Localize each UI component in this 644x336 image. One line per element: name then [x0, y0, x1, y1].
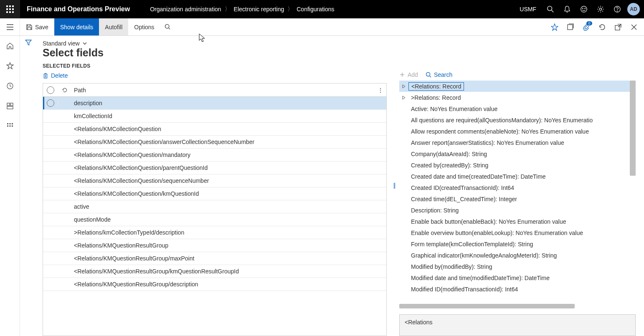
- top-bar: Finance and Operations Preview Organizat…: [0, 0, 644, 18]
- table-row[interactable]: <Relations/KMCollectionQuestion/kmQuesti…: [43, 187, 386, 200]
- tree-leaf[interactable]: Form template(kmCollectionTemplateId): S…: [399, 238, 636, 250]
- refresh-grid-icon[interactable]: [58, 87, 71, 93]
- tree-node[interactable]: <Relations: Record: [399, 81, 636, 92]
- svg-point-11: [581, 6, 587, 12]
- save-button[interactable]: Save: [20, 18, 54, 35]
- tree-leaf[interactable]: Enable overview button(enableLookup): No…: [399, 227, 636, 238]
- tree-leaf[interactable]: Answer report(answerStatistics): NoYes E…: [399, 137, 636, 148]
- view-selector[interactable]: Standard view: [43, 40, 644, 47]
- horizontal-scrollbar[interactable]: [399, 304, 575, 308]
- tree-leaf-label: Modified ID(modifiedTransactionId): Int6…: [411, 286, 518, 293]
- path-cell: <Relations/KMCollectionQuestion/answerCo…: [71, 139, 386, 145]
- svg-rect-22: [568, 25, 573, 30]
- workspaces-icon[interactable]: [3, 99, 17, 113]
- breadcrumb-item[interactable]: Organization administration: [147, 6, 224, 13]
- options-button[interactable]: Options: [128, 18, 160, 35]
- row-checkbox[interactable]: [43, 99, 58, 107]
- table-row[interactable]: >Relations/kmCollectionTypeId/descriptio…: [43, 226, 386, 239]
- tree-body[interactable]: <Relations: Record>Relations: RecordActi…: [399, 81, 636, 308]
- tree-leaf-label: Active: NoYes Enumeration value: [411, 106, 497, 112]
- svg-rect-30: [7, 123, 8, 124]
- help-icon[interactable]: [609, 0, 626, 18]
- tree-leaf[interactable]: Graphical indicator(kmKnowledgeAnalogMet…: [399, 250, 636, 261]
- attachments-icon[interactable]: 0: [580, 20, 593, 34]
- path-cell: kmCollectionId: [71, 113, 386, 119]
- table-row[interactable]: <Relations/KMQuestionResultGroup/descrip…: [43, 278, 386, 291]
- svg-point-38: [426, 73, 430, 76]
- app-launcher-button[interactable]: [0, 0, 20, 18]
- tree-leaf[interactable]: Created date and time(createdDateTime): …: [399, 171, 636, 182]
- table-row[interactable]: <Relations/KMCollectionQuestion/mandator…: [43, 149, 386, 162]
- table-row[interactable]: <Relations/KMCollectionQuestion/answerCo…: [43, 136, 386, 149]
- autofill-button[interactable]: Autofill: [99, 18, 128, 35]
- tree-leaf[interactable]: All questions are required(allQuestionsM…: [399, 114, 636, 126]
- table-row[interactable]: kmCollectionId: [43, 110, 386, 123]
- vertical-scrollbar[interactable]: [630, 81, 636, 176]
- grid-header: Path ⋮: [43, 83, 386, 97]
- grid-body[interactable]: descriptionkmCollectionId<Relations/KMCo…: [43, 97, 386, 336]
- svg-rect-8: [12, 11, 14, 13]
- smile-icon[interactable]: [576, 0, 592, 18]
- breadcrumb-item[interactable]: Electronic reporting: [231, 6, 288, 13]
- refresh-icon[interactable]: [596, 20, 609, 34]
- ribbon-search-icon[interactable]: [160, 24, 175, 30]
- tree-leaf[interactable]: Created by(createdBy): String: [399, 159, 636, 171]
- svg-point-13: [585, 8, 586, 9]
- tree-leaf[interactable]: Description: String: [399, 205, 636, 216]
- tree-node[interactable]: >Relations: Record: [399, 92, 636, 103]
- path-cell: >Relations/kmCollectionTypeId/descriptio…: [71, 229, 386, 236]
- tree-leaf[interactable]: Allow respondent comments(enableNote): N…: [399, 126, 636, 137]
- pop-out-icon[interactable]: [611, 20, 625, 34]
- table-row[interactable]: <Relations/KMQuestionResultGroup/maxPoin…: [43, 252, 386, 265]
- tree-leaf[interactable]: Active: NoYes Enumeration value: [399, 103, 636, 114]
- table-row[interactable]: <Relations/KMQuestionResultGroup/kmQuest…: [43, 265, 386, 278]
- bell-icon[interactable]: [559, 0, 576, 18]
- table-row[interactable]: active: [43, 200, 386, 213]
- select-all-checkbox[interactable]: [43, 86, 58, 94]
- close-icon[interactable]: [627, 20, 641, 34]
- filter-pane-toggle[interactable]: [20, 36, 37, 336]
- tree-leaf[interactable]: Company(dataAreaId): String: [399, 148, 636, 159]
- add-button[interactable]: Add: [399, 72, 418, 78]
- legal-entity[interactable]: USMF: [514, 6, 542, 13]
- table-row[interactable]: description: [43, 97, 386, 110]
- recent-icon[interactable]: [3, 79, 17, 93]
- tree-leaf[interactable]: Modified date and time(modifiedDateTime)…: [399, 272, 636, 283]
- page-body: Standard view Select fields SELECTED FIE…: [0, 36, 644, 336]
- search-icon[interactable]: [542, 0, 559, 18]
- tree-leaf[interactable]: Enable back button(enableBack): NoYes En…: [399, 216, 636, 227]
- table-row[interactable]: questionMode: [43, 213, 386, 226]
- personalize-icon[interactable]: [548, 20, 561, 34]
- expand-toggle-icon[interactable]: [402, 96, 406, 100]
- hamburger-button[interactable]: [0, 18, 20, 35]
- table-row[interactable]: <Relations/KMCollectionQuestion/sequence…: [43, 174, 386, 187]
- tree-leaf[interactable]: Modified by(modifiedBy): String: [399, 261, 636, 272]
- chevron-right-icon: 〉: [225, 5, 231, 13]
- expand-toggle-icon[interactable]: [402, 84, 406, 88]
- path-column-header[interactable]: Path: [71, 87, 375, 93]
- open-new-window-icon[interactable]: [564, 20, 577, 34]
- table-row[interactable]: <Relations/KMCollectionQuestion/parentQu…: [43, 162, 386, 174]
- tree-leaf[interactable]: Created time(dEL_CreatedTime): Integer: [399, 193, 636, 205]
- grid-column-menu-icon[interactable]: ⋮: [375, 87, 386, 93]
- home-icon[interactable]: [3, 39, 17, 53]
- delete-button[interactable]: Delete: [43, 72, 387, 79]
- star-icon[interactable]: [3, 59, 17, 73]
- breadcrumb-item[interactable]: Configurations: [293, 6, 337, 13]
- table-row[interactable]: <Relations/KMQuestionResultGroup: [43, 239, 386, 252]
- fields-grid-panel: Delete Path ⋮ descriptionkmCollectionId<…: [43, 72, 387, 336]
- tree-leaf[interactable]: Modified ID(modifiedTransactionId): Int6…: [399, 283, 636, 295]
- topbar-right: USMF AD: [514, 0, 644, 18]
- splitter-handle[interactable]: [393, 181, 395, 191]
- svg-rect-2: [12, 5, 14, 7]
- tree-leaf-label: Allow respondent comments(enableNote): N…: [411, 128, 589, 135]
- tree-search-button[interactable]: Search: [426, 72, 452, 78]
- gear-icon[interactable]: [592, 0, 609, 18]
- modules-icon[interactable]: [3, 119, 17, 133]
- tree-leaf[interactable]: Created ID(createdTransactionId): Int64: [399, 182, 636, 193]
- tree-leaf-label: All questions are required(allQuestionsM…: [411, 117, 593, 124]
- avatar[interactable]: AD: [627, 3, 640, 15]
- show-details-button[interactable]: Show details: [54, 18, 99, 35]
- svg-point-16: [617, 11, 617, 11]
- table-row[interactable]: <Relations/KMCollectionQuestion: [43, 123, 386, 136]
